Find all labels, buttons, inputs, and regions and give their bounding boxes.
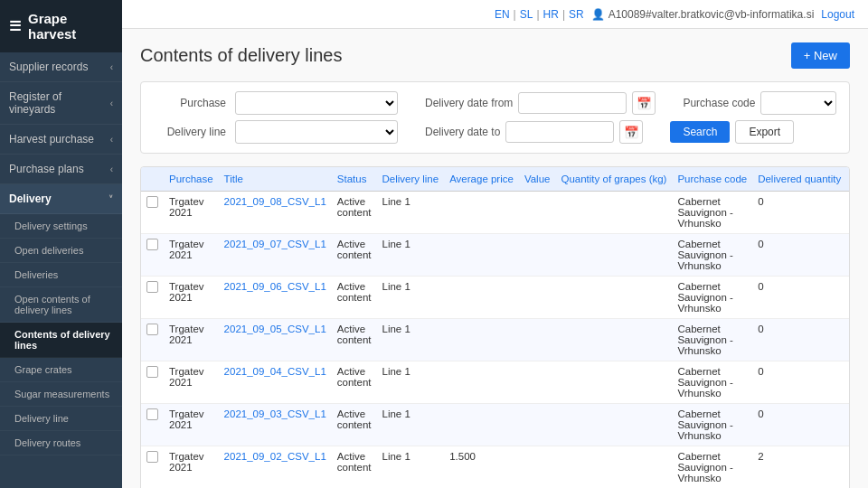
main-area: EN | SL | HR | SR 👤 A10089#valter.bratko… — [122, 0, 868, 488]
cell-qty-grapes — [555, 192, 672, 234]
cell-purchase: Trgatev 2021 — [164, 234, 219, 277]
cell-num-deliveries: 2 — [846, 446, 850, 489]
sidebar-item-supplier-records[interactable]: Supplier records ‹ — [0, 52, 122, 82]
logout-button[interactable]: Logout — [821, 8, 854, 21]
col-purchase[interactable]: Purchase — [164, 167, 219, 192]
cell-title[interactable]: 2021_09_02_CSV_L1 — [219, 446, 332, 489]
data-table-wrap: Purchase Title Status Delivery line Aver… — [140, 166, 850, 488]
sidebar-item-register-vineyards[interactable]: Register of vineyards ‹ — [0, 82, 122, 125]
sidebar-subitem-grape-crates[interactable]: Grape crates — [0, 358, 122, 382]
col-purchase-code[interactable]: Purchase code — [672, 167, 752, 192]
export-button[interactable]: Export — [735, 120, 794, 144]
sidebar-subitem-open-contents[interactable]: Open contents of delivery lines — [0, 287, 122, 323]
cell-delivery-line: Line 1 — [377, 404, 445, 446]
cell-value — [519, 319, 556, 361]
sidebar-subitem-delivery-settings[interactable]: Delivery settings — [0, 214, 122, 239]
cell-qty-grapes — [555, 446, 672, 489]
sidebar-item-harvest-purchase[interactable]: Harvest purchase ‹ — [0, 125, 122, 155]
cell-title[interactable]: 2021_09_05_CSV_L1 — [219, 319, 332, 361]
delivery-date-from-input[interactable] — [518, 92, 627, 114]
cell-purchase-code: Cabernet Sauvignon - Vrhunsko — [672, 319, 752, 361]
table-row: Trgatev 2021 2021_09_05_CSV_L1 Active co… — [141, 319, 850, 361]
sidebar-item-delivery[interactable]: Delivery ˅ — [0, 184, 122, 214]
table-header-row: Purchase Title Status Delivery line Aver… — [141, 167, 850, 192]
cell-avg-price: 1.500 — [444, 446, 519, 489]
table-row: Trgatev 2021 2021_09_08_CSV_L1 Active co… — [141, 192, 850, 234]
cell-delivery-line: Line 1 — [377, 361, 445, 404]
sidebar-subitem-deliveries[interactable]: Deliveries — [0, 263, 122, 287]
cell-value — [519, 361, 556, 404]
cell-title[interactable]: 2021_09_06_CSV_L1 — [219, 277, 332, 319]
row-checkbox[interactable] — [146, 408, 158, 420]
row-checkbox[interactable] — [146, 451, 158, 463]
row-checkbox[interactable] — [146, 196, 158, 208]
data-table: Purchase Title Status Delivery line Aver… — [141, 167, 850, 488]
col-status[interactable]: Status — [332, 167, 377, 192]
purchase-code-select[interactable] — [760, 91, 836, 115]
lang-hr[interactable]: HR — [543, 8, 559, 21]
cell-avg-price — [444, 192, 519, 234]
cell-num-deliveries — [846, 319, 850, 361]
cell-delivered-qty: 0 — [752, 192, 846, 234]
sidebar-subitem-open-deliveries[interactable]: Open deliveries — [0, 239, 122, 263]
delivery-line-filter-select[interactable] — [235, 120, 398, 144]
cell-delivered-qty: 0 — [752, 319, 846, 361]
cell-purchase-code: Cabernet Sauvignon - Vrhunsko — [672, 361, 752, 404]
cell-delivery-line: Line 1 — [377, 319, 445, 361]
sidebar-subitem-contents-delivery-lines[interactable]: Contents of delivery lines — [0, 323, 122, 358]
col-title[interactable]: Title — [219, 167, 332, 192]
cell-qty-grapes — [555, 404, 672, 446]
sidebar-subitem-delivery-routes[interactable]: Delivery routes — [0, 431, 122, 455]
cell-title[interactable]: 2021_09_04_CSV_L1 — [219, 361, 332, 404]
col-qty-grapes[interactable]: Quantity of grapes (kg) — [555, 167, 672, 192]
delivery-date-from-calendar[interactable]: 📅 — [632, 91, 656, 115]
sidebar-subitem-sugar-measurements[interactable]: Sugar measurements — [0, 382, 122, 407]
row-checkbox[interactable] — [146, 239, 158, 250]
cell-status: Active content — [332, 277, 377, 319]
cell-title[interactable]: 2021_09_08_CSV_L1 — [219, 192, 332, 234]
sidebar-item-label: Harvest purchase — [9, 133, 94, 145]
lang-sl[interactable]: SL — [520, 8, 533, 21]
cell-title[interactable]: 2021_09_07_CSV_L1 — [219, 234, 332, 277]
sidebar: ☰ Grape harvest Supplier records ‹ Regis… — [0, 0, 122, 488]
purchase-filter-select[interactable] — [235, 91, 398, 115]
app-header: ☰ Grape harvest — [0, 0, 122, 52]
sidebar-subitem-delivery-line[interactable]: Delivery line — [0, 407, 122, 431]
cell-status: Active content — [332, 319, 377, 361]
col-num-deliveries[interactable]: Number of deliveries — [846, 167, 850, 192]
lang-en[interactable]: EN — [495, 8, 510, 21]
col-delivery-line[interactable]: Delivery line — [377, 167, 445, 192]
cell-qty-grapes — [555, 234, 672, 277]
cell-status: Active content — [332, 446, 377, 489]
table-body: Trgatev 2021 2021_09_08_CSV_L1 Active co… — [141, 192, 850, 489]
lang-sr[interactable]: SR — [569, 8, 584, 21]
search-button[interactable]: Search — [670, 121, 730, 143]
col-avg-price[interactable]: Average price — [444, 167, 519, 192]
cell-delivered-qty: 0 — [752, 361, 846, 404]
cell-purchase: Trgatev 2021 — [164, 404, 219, 446]
cell-delivered-qty: 2 — [752, 446, 846, 489]
filter-area: Purchase Delivery date from 📅 Purchase c… — [140, 81, 850, 154]
cell-delivery-line: Line 1 — [377, 446, 445, 489]
sidebar-item-label: Supplier records — [9, 61, 88, 73]
cell-status: Active content — [332, 361, 377, 404]
sidebar-item-purchase-plans[interactable]: Purchase plans ‹ — [0, 155, 122, 184]
cell-purchase-code: Cabernet Sauvignon - Vrhunsko — [672, 234, 752, 277]
new-button[interactable]: + New — [791, 42, 850, 69]
row-checkbox[interactable] — [146, 324, 158, 335]
cell-title[interactable]: 2021_09_03_CSV_L1 — [219, 404, 332, 446]
row-checkbox[interactable] — [146, 366, 158, 378]
delivery-date-to-input[interactable] — [505, 121, 614, 143]
table-row: Trgatev 2021 2021_09_07_CSV_L1 Active co… — [141, 234, 850, 277]
col-value[interactable]: Value — [519, 167, 556, 192]
filter-row-2: Delivery line Delivery date to 📅 Search … — [154, 120, 836, 144]
col-delivered-qty[interactable]: Delivered quantity — [752, 167, 846, 192]
menu-icon[interactable]: ☰ — [9, 18, 21, 34]
cell-avg-price — [444, 361, 519, 404]
delivery-date-to-label: Delivery date to — [425, 126, 500, 138]
page-header: Contents of delivery lines + New — [140, 42, 850, 69]
user-info: 👤 A10089#valter.bratkovic@vb-informatika… — [591, 8, 815, 21]
sidebar-item-label: Register of vineyards — [9, 90, 110, 116]
delivery-date-to-calendar[interactable]: 📅 — [619, 120, 643, 144]
row-checkbox[interactable] — [146, 281, 158, 293]
